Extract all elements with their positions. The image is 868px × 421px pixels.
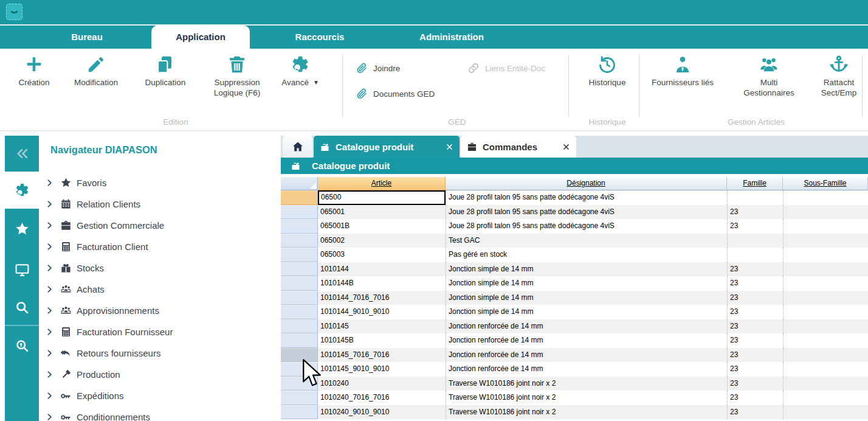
- close-icon[interactable]: [446, 143, 453, 151]
- cell-article[interactable]: 1010144B: [318, 276, 446, 291]
- sidebar-item-achats[interactable]: Achats: [46, 279, 277, 300]
- row-selector[interactable]: [281, 190, 318, 205]
- cell-designation[interactable]: Joue 28 profil talon 95 sans patte dodéc…: [446, 219, 727, 234]
- row-selector[interactable]: [281, 319, 318, 334]
- cell-sous-famille[interactable]: [783, 291, 868, 305]
- column-header-famille[interactable]: Famille: [727, 177, 783, 190]
- duplication-button[interactable]: Duplication: [133, 55, 198, 88]
- cell-famille[interactable]: 23: [727, 262, 783, 277]
- row-selector[interactable]: [281, 291, 318, 305]
- row-selector[interactable]: [281, 333, 318, 348]
- chevron-right-icon[interactable]: [46, 307, 53, 315]
- sidebar-item-facturation-fournisseur[interactable]: Facturation Fournisseur: [46, 321, 277, 343]
- modification-button[interactable]: Modification: [61, 55, 131, 88]
- cell-sous-famille[interactable]: [783, 219, 868, 234]
- multi-gestionnaires-button[interactable]: Multi Gestionnaires: [727, 55, 811, 98]
- chevron-down-icon[interactable]: ▼: [313, 77, 319, 88]
- app-logo-icon[interactable]: [6, 4, 22, 20]
- cell-sous-famille[interactable]: [783, 377, 868, 391]
- chevron-right-icon[interactable]: [46, 264, 53, 272]
- cell-designation[interactable]: Jonction simple de 14 mm: [446, 305, 727, 319]
- creation-button[interactable]: Création: [7, 55, 61, 88]
- avance-button[interactable]: Avancé▼: [271, 55, 329, 88]
- suppression-logique-button[interactable]: Suppression Logique (F6): [199, 55, 275, 98]
- tab-catalogue-produit[interactable]: Catalogue produit: [314, 136, 460, 158]
- chevron-right-icon[interactable]: [46, 413, 53, 421]
- column-header-sous-famille[interactable]: Sous-Famille: [783, 177, 868, 190]
- rail-desktop[interactable]: [5, 249, 39, 290]
- rail-favorites[interactable]: [5, 209, 39, 249]
- chevron-right-icon[interactable]: [46, 349, 53, 357]
- cell-sous-famille[interactable]: [783, 391, 868, 405]
- sidebar-item-retours-fournisseurs[interactable]: Retours fournisseurs: [46, 343, 277, 364]
- ribbon-tab-bureau[interactable]: Bureau: [58, 26, 116, 49]
- rattacht-sect-emp-button[interactable]: Rattacht Sect/Emp: [806, 55, 868, 98]
- cell-sous-famille[interactable]: [783, 348, 868, 363]
- cell-famille[interactable]: 23: [727, 362, 783, 377]
- row-selector[interactable]: [281, 276, 318, 291]
- sidebar-item-facturation-client[interactable]: Facturation Client: [46, 236, 277, 257]
- cell-famille[interactable]: 23: [727, 391, 783, 405]
- cell-famille[interactable]: 23: [727, 405, 783, 420]
- cell-sous-famille[interactable]: [783, 333, 868, 348]
- cell-famille[interactable]: 23: [727, 219, 783, 234]
- cell-famille[interactable]: 23: [727, 333, 783, 348]
- cell-article[interactable]: 1010145_7016_7016: [318, 348, 446, 363]
- cell-sous-famille[interactable]: [783, 276, 868, 291]
- cell-article[interactable]: 1010145B: [318, 333, 446, 348]
- cell-designation[interactable]: Traverse W1010186 joint noir x 2: [446, 377, 727, 391]
- chevron-right-icon[interactable]: [46, 285, 53, 293]
- cell-designation[interactable]: Traverse W1010186 joint noir x 2: [446, 391, 727, 405]
- cell-famille[interactable]: 23: [727, 319, 783, 334]
- chevron-right-icon[interactable]: [46, 200, 53, 208]
- cell-designation[interactable]: Jonction renforcée de 14 mm: [446, 319, 727, 334]
- row-selector[interactable]: [281, 262, 318, 277]
- sidebar-item-expeditions[interactable]: Expéditions: [46, 385, 277, 406]
- cell-sous-famille[interactable]: [783, 319, 868, 334]
- cell-famille[interactable]: 23: [727, 276, 783, 291]
- cell-famille[interactable]: 23: [727, 348, 783, 363]
- joindre-button[interactable]: Joindre: [356, 62, 400, 74]
- cell-article[interactable]: 065001B: [318, 219, 446, 234]
- tab-home[interactable]: [283, 136, 312, 158]
- cell-designation[interactable]: Traverse W1010186 joint noir x 2: [446, 405, 727, 420]
- sidebar-item-conditionnements[interactable]: Conditionnements: [46, 406, 277, 421]
- cell-article[interactable]: 06500: [318, 190, 446, 205]
- tab-commandes[interactable]: Commandes: [461, 136, 576, 158]
- cell-article[interactable]: 1010145: [318, 319, 446, 334]
- chevron-right-icon[interactable]: [46, 221, 53, 229]
- cell-designation[interactable]: Pas géré en stock: [446, 248, 727, 262]
- row-selector[interactable]: [281, 234, 318, 248]
- cell-famille[interactable]: [727, 234, 783, 248]
- cell-article[interactable]: 1010144_9010_9010: [318, 305, 446, 319]
- sidebar-item-favoris[interactable]: Favoris: [46, 172, 277, 193]
- cell-sous-famille[interactable]: [783, 190, 868, 205]
- cell-article[interactable]: 065003: [318, 248, 446, 262]
- row-selector[interactable]: [281, 348, 318, 363]
- rail-advanced-search[interactable]: [5, 326, 39, 366]
- cell-famille[interactable]: [727, 190, 783, 205]
- sidebar-item-approvisionnements[interactable]: Approvisionnements: [46, 300, 277, 321]
- documents-ged-button[interactable]: Documents GED: [356, 88, 435, 100]
- row-selector[interactable]: [281, 248, 318, 262]
- chevron-right-icon[interactable]: [46, 179, 53, 187]
- cell-sous-famille[interactable]: [783, 262, 868, 277]
- cell-sous-famille[interactable]: [783, 248, 868, 262]
- cell-article[interactable]: 1010240: [318, 377, 446, 391]
- sidebar-item-stocks[interactable]: Stocks: [46, 257, 277, 279]
- cell-article[interactable]: 1010240_9010_9010: [318, 405, 446, 420]
- cell-designation[interactable]: Joue 28 profil talon 95 sans patte dodéc…: [446, 190, 727, 205]
- column-header-article[interactable]: Article: [318, 177, 446, 190]
- cell-famille[interactable]: 23: [727, 305, 783, 319]
- close-icon[interactable]: [562, 143, 570, 151]
- sidebar-item-relation-clients[interactable]: Relation Clients: [46, 193, 277, 215]
- cell-famille[interactable]: 23: [727, 377, 783, 391]
- chevron-right-icon[interactable]: [46, 243, 53, 251]
- sidebar-item-production[interactable]: Production: [46, 364, 277, 385]
- row-selector[interactable]: [281, 377, 318, 391]
- select-all-corner[interactable]: [281, 177, 318, 190]
- cell-designation[interactable]: Joue 28 profil talon 95 sans patte dodéc…: [446, 205, 727, 220]
- chevron-right-icon[interactable]: [46, 328, 53, 336]
- cell-sous-famille[interactable]: [783, 205, 868, 220]
- cell-famille[interactable]: [727, 248, 783, 262]
